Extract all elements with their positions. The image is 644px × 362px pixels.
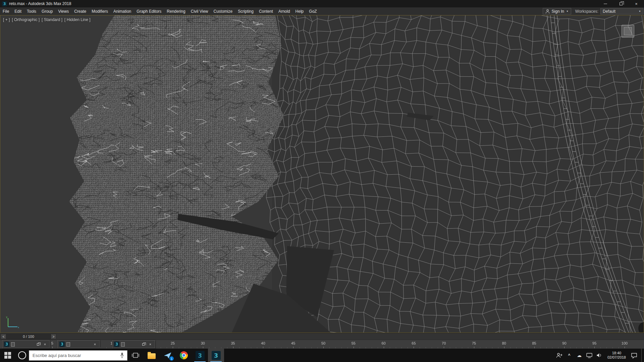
restore-icon [37,343,39,346]
trackbar-tick [269,347,269,348]
network-icon[interactable] [585,349,593,362]
close-icon: × [94,342,96,346]
chevron-down-icon: ▼ [566,10,569,12]
trackbar-tick [438,347,438,348]
logo-glyph: 3 [5,342,8,347]
chevron-down-icon: ▼ [639,10,641,12]
start-button[interactable] [0,349,15,362]
trackbar-tick [341,347,342,348]
track-bar[interactable]: 0510152025303540455055606570758085909510… [0,340,644,349]
window-controls: × [598,0,644,7]
trackbar-tick [311,347,312,348]
menu-graph-editors[interactable]: Graph Editors [134,9,164,14]
3dsmax-icon: 3 [114,342,119,347]
search-input[interactable] [29,353,117,358]
menu-content[interactable]: Content [256,9,276,14]
menu-civil-view[interactable]: Civil View [188,9,211,14]
3dsmax-secondary-button[interactable]: 3 [192,349,208,362]
menu-modifiers[interactable]: Modifiers [89,9,111,14]
action-center-icon[interactable] [630,349,638,362]
people-icon[interactable] [555,349,563,362]
trackbar-tick [401,347,402,348]
trackbar-tick [456,347,456,348]
menu-file[interactable]: File [0,9,12,14]
taskbar-clock[interactable]: 18:40 02/07/2018 [605,351,628,360]
volume-icon[interactable] [595,349,603,362]
hidden-icons-chevron[interactable]: ^ [565,349,573,362]
viewport-menu-label[interactable]: [ + ] [3,17,10,22]
show-desktop-strip[interactable] [641,349,643,362]
trackbar-tick [462,347,462,348]
trackbar-tick [317,347,318,348]
menu-rendering[interactable]: Rendering [164,9,188,14]
trackbar-tick [600,347,601,348]
menu-tools[interactable]: Tools [24,9,39,14]
cortana-icon[interactable] [18,351,26,359]
time-slider[interactable]: < 0 / 100 > [0,333,644,340]
menu-items: FileEditToolsGroupViewsCreateModifiersAn… [0,7,320,15]
trackbar-tick [594,347,595,348]
minimize-button[interactable] [598,0,613,7]
trackbar-tick [354,347,354,348]
chrome-button[interactable] [176,349,192,362]
menu-group[interactable]: Group [39,9,55,14]
document-icon [66,342,70,347]
windows-logo-icon [4,352,11,359]
microphone-icon[interactable] [117,352,127,358]
sign-in-button[interactable]: Sign In ▼ [543,8,571,14]
menu-views[interactable]: Views [55,9,71,14]
viewport-pov-label[interactable]: [ Standard ] [42,17,62,22]
world-axis-gizmo: y x [4,315,20,329]
viewport-shading-label[interactable]: [ Hidden Line ] [64,17,90,22]
viewport[interactable]: [ + ] [ Orthographic ] [ Standard ] [ Hi… [0,15,644,333]
restore-button[interactable] [141,342,146,347]
viewport-view-label[interactable]: [ Orthographic ] [12,17,40,22]
trackbar-number: 60 [381,341,385,345]
messaging-app-button[interactable]: 1 [160,349,176,362]
trackbar-tick [287,347,287,348]
time-slider-handle[interactable]: < 0 / 100 > [1,334,56,339]
menu-customize[interactable]: Customize [211,9,235,14]
menu-arnold[interactable]: Arnold [276,9,293,14]
close-button[interactable]: × [92,342,98,347]
window-title: reto.max - Autodesk 3ds Max 2018 [9,1,71,6]
previous-frame-button[interactable]: < [1,334,6,339]
trackbar-tick [576,347,577,348]
document-icon [11,342,15,347]
trackbar-tick [474,347,474,348]
onedrive-cloud-icon[interactable]: ☁ [575,349,583,362]
minimized-window-1[interactable]: 3 × [2,340,50,348]
trackbar-number: 90 [562,341,566,345]
wireframe-mesh-canvas[interactable] [0,15,644,333]
trackbar-tick [233,347,233,348]
minimized-window-2[interactable]: 3 × [57,340,100,348]
menu-goz[interactable]: GoZ [306,9,319,14]
trackbar-tick [197,347,197,348]
restore-button[interactable] [613,0,629,7]
menu-scripting[interactable]: Scripting [235,9,256,14]
trackbar-tick [480,347,480,348]
close-button[interactable]: × [148,342,153,347]
menu-animation[interactable]: Animation [111,9,134,14]
workspaces-value: Default [603,9,615,14]
restore-icon [620,2,623,5]
restore-button[interactable] [35,342,41,347]
task-view-button[interactable] [127,349,144,362]
menu-help[interactable]: Help [293,9,307,14]
trackbar-tick [378,347,378,348]
3dsmax-active-button[interactable]: 3 [208,349,224,362]
workspaces-dropdown[interactable]: Default ▼ [600,8,643,14]
trackbar-tick [492,347,492,348]
viewcube[interactable] [622,25,634,38]
next-frame-button[interactable]: > [51,334,56,339]
logo-glyph: 3 [214,352,218,359]
minimized-window-3[interactable]: 3 × [112,340,155,348]
menu-create[interactable]: Create [71,9,89,14]
menu-edit[interactable]: Edit [12,9,24,14]
close-button[interactable]: × [629,0,644,7]
clock-date: 02/07/2018 [607,355,626,360]
file-explorer-button[interactable] [144,349,160,362]
close-button[interactable]: × [42,342,48,347]
trackbar-number: 40 [261,341,265,345]
trackbar-tick [540,347,541,348]
